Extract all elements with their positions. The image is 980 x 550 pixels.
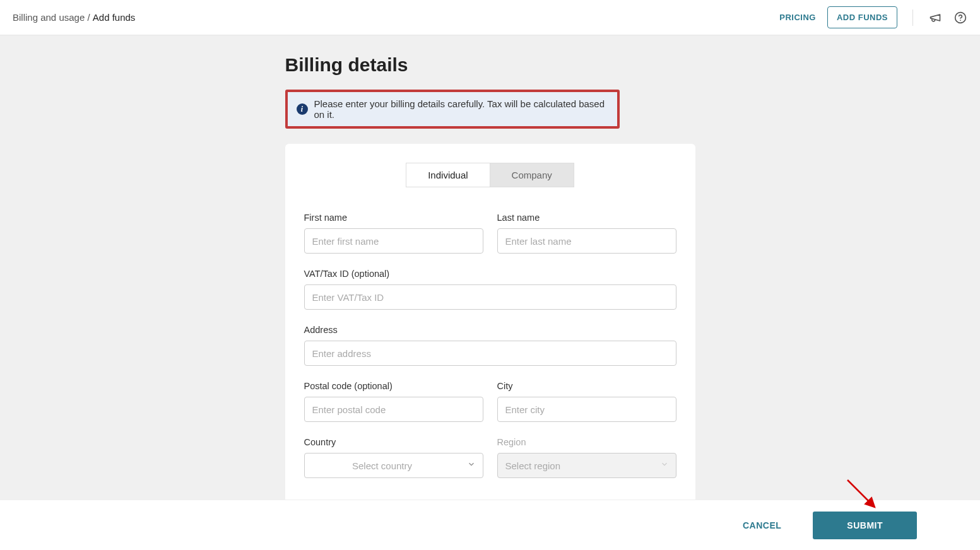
vat-label: VAT/Tax ID (optional)	[304, 269, 676, 279]
page-title: Billing details	[285, 54, 695, 76]
last-name-label: Last name	[497, 213, 676, 223]
megaphone-icon[interactable]	[928, 11, 942, 25]
first-name-label: First name	[304, 213, 483, 223]
region-select: Select region	[497, 453, 676, 478]
info-message: Please enter your billing details carefu…	[314, 98, 608, 120]
breadcrumb-current: Add funds	[93, 12, 136, 23]
postal-input[interactable]	[304, 397, 483, 422]
first-name-input[interactable]	[304, 228, 483, 254]
country-select[interactable]: Select country	[304, 453, 483, 478]
vat-input[interactable]	[304, 284, 676, 310]
breadcrumb: Billing and usage / Add funds	[13, 12, 135, 23]
cancel-button[interactable]: CANCEL	[743, 520, 781, 530]
address-input[interactable]	[304, 341, 676, 366]
region-placeholder: Select region	[505, 460, 561, 471]
help-icon[interactable]	[953, 11, 967, 25]
country-label: Country	[304, 437, 483, 447]
breadcrumb-parent[interactable]: Billing and usage	[13, 12, 85, 23]
pricing-link[interactable]: PRICING	[779, 13, 816, 22]
info-icon: i	[297, 103, 308, 115]
tab-company[interactable]: Company	[490, 163, 574, 187]
add-funds-button[interactable]: ADD FUNDS	[827, 6, 897, 28]
last-name-input[interactable]	[497, 228, 676, 254]
account-type-tabs: Individual Company	[304, 163, 676, 187]
submit-button[interactable]: SUBMIT	[813, 512, 917, 539]
main-content: Billing details i Please enter your bill…	[0, 35, 980, 550]
breadcrumb-separator: /	[85, 12, 93, 23]
tab-individual[interactable]: Individual	[406, 163, 490, 187]
region-label: Region	[497, 437, 676, 447]
billing-form-card: Individual Company First name Last name …	[285, 144, 695, 518]
header-actions: PRICING ADD FUNDS	[779, 6, 967, 28]
address-label: Address	[304, 325, 676, 335]
info-banner: i Please enter your billing details care…	[285, 90, 620, 129]
footer-bar: CANCEL SUBMIT	[0, 500, 980, 550]
country-placeholder: Select country	[352, 460, 412, 471]
vertical-divider	[912, 9, 913, 26]
city-label: City	[497, 381, 676, 391]
city-input[interactable]	[497, 397, 676, 422]
postal-label: Postal code (optional)	[304, 381, 483, 391]
top-header: Billing and usage / Add funds PRICING AD…	[0, 0, 980, 35]
